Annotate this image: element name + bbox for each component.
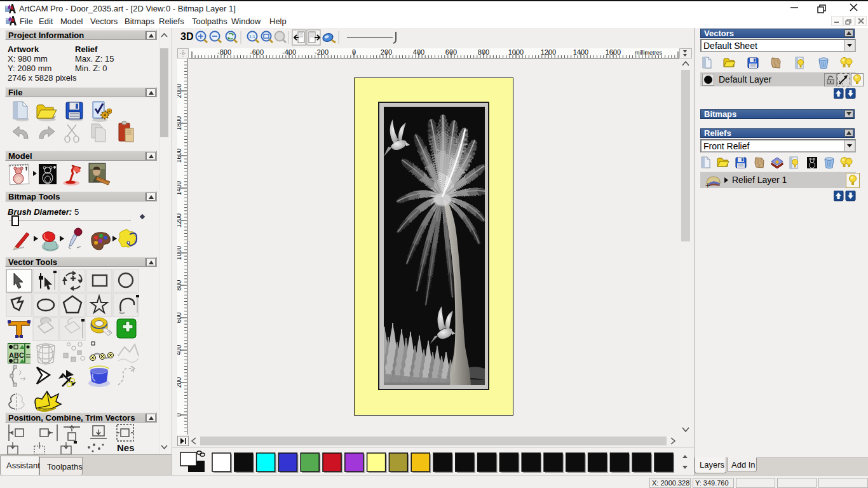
svg-text:1800: 1800 <box>177 116 182 130</box>
svg-text:+: + <box>705 180 710 189</box>
svg-text:200: 200 <box>177 377 182 388</box>
svg-text:2000: 2000 <box>177 83 182 98</box>
svg-text:-400: -400 <box>282 48 296 56</box>
svg-text:1600: 1600 <box>606 48 621 56</box>
svg-text:-800: -800 <box>217 48 231 56</box>
svg-text:800: 800 <box>177 280 182 290</box>
svg-text:800: 800 <box>478 48 489 56</box>
svg-text:-200: -200 <box>315 48 329 56</box>
svg-text:1600: 1600 <box>177 148 182 163</box>
svg-text:ABC: ABC <box>9 351 24 359</box>
svg-text:1200: 1200 <box>177 213 182 227</box>
svg-text:Nes: Nes <box>117 442 135 453</box>
svg-text:1400: 1400 <box>177 180 182 195</box>
svg-text:1000: 1000 <box>177 245 182 260</box>
svg-text:1400: 1400 <box>573 48 588 56</box>
svg-text:-600: -600 <box>250 48 264 56</box>
svg-text:1:1: 1:1 <box>249 34 255 39</box>
svg-text:0: 0 <box>352 48 356 56</box>
svg-text:0: 0 <box>177 413 182 417</box>
svg-text:millimetres: millimetres <box>635 50 663 56</box>
svg-text:1000: 1000 <box>508 48 524 56</box>
svg-text:400: 400 <box>177 344 182 355</box>
svg-text:600: 600 <box>177 312 182 323</box>
svg-text:600: 600 <box>445 48 457 56</box>
svg-text:200: 200 <box>381 48 392 56</box>
svg-text:1200: 1200 <box>541 48 556 56</box>
svg-text:400: 400 <box>413 48 424 56</box>
